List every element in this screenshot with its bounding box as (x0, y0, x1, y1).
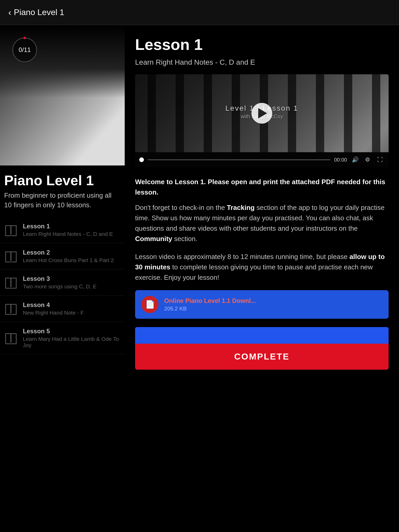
left-panel: 0/11 Piano Level 1 From beginner to prof… (0, 25, 125, 354)
fullscreen-icon[interactable] (376, 155, 384, 164)
lesson-desc: Two more songs using C, D, E (23, 283, 97, 290)
main-layout: 0/11 Piano Level 1 From beginner to prof… (0, 25, 399, 380)
lesson-title: Lesson 1 (135, 36, 389, 54)
list-item[interactable]: Lesson 1 Learn Right Hand Notes - C, D a… (0, 217, 125, 243)
download-icon-wrap: 📄 (141, 296, 158, 313)
play-icon (258, 108, 267, 118)
description-para1: Don't forget to check-in on the Tracking… (135, 202, 389, 244)
secondary-button[interactable] (135, 327, 389, 344)
lesson-info: Lesson 1 Learn Right Hand Notes - C, D a… (23, 223, 113, 237)
course-subtitle: From beginner to proficient using all 10… (0, 191, 125, 217)
download-button[interactable]: 📄 Online Piano Level 1.1 Downl... 205.2 … (135, 290, 389, 319)
lesson-desc: Learn Hot Cross Buns Part 1 & Part 2 (23, 257, 114, 263)
playhead-dot[interactable] (139, 157, 144, 162)
list-item[interactable]: Lesson 4 New Right Hand Note - F (0, 296, 125, 322)
action-buttons: COMPLETE (135, 327, 389, 370)
header-title: Piano Level 1 (14, 8, 64, 17)
lesson-info: Lesson 2 Learn Hot Cross Buns Part 1 & P… (23, 249, 114, 263)
lesson-icon (4, 276, 18, 289)
lesson-info: Lesson 4 New Right Hand Note - F (23, 301, 84, 316)
right-panel: Lesson 1 Learn Right Hand Notes - C, D a… (125, 25, 399, 380)
settings-icon[interactable] (363, 155, 372, 164)
time-display: 00:00 (334, 157, 347, 163)
lesson-name: Lesson 3 (23, 275, 97, 282)
lesson-icon (4, 331, 18, 345)
lesson-name: Lesson 1 (23, 223, 113, 230)
video-thumbnail: Level 1 | Lesson 1 with Sarah McCoy (135, 74, 389, 152)
lesson-desc: Learn Right Hand Notes - C, D and E (23, 231, 113, 237)
book-icon (5, 333, 17, 343)
list-item[interactable]: Lesson 5 Learn Mary Had a Little Lamb & … (0, 322, 125, 354)
list-item[interactable]: Lesson 2 Learn Hot Cross Buns Part 1 & P… (0, 243, 125, 269)
book-icon (5, 225, 17, 235)
lesson-info: Lesson 5 Learn Mary Had a Little Lamb & … (23, 328, 121, 348)
book-icon (5, 303, 17, 314)
volume-icon[interactable] (351, 155, 360, 164)
video-controls: 00:00 (135, 152, 389, 167)
course-title: Piano Level 1 (0, 165, 125, 191)
hero-image: 0/11 (0, 25, 125, 165)
lesson-subtitle-text: Learn Right Hand Notes - C, D and E (135, 58, 389, 66)
lesson-desc: Learn Mary Had a Little Lamb & Ode To Jo… (23, 336, 121, 348)
description-intro: Welcome to Lesson 1. Please open and pri… (135, 177, 389, 198)
back-chevron-icon: ‹ (8, 7, 11, 17)
lesson-icon (4, 223, 18, 237)
back-button[interactable]: ‹ Piano Level 1 (8, 7, 64, 17)
lesson-icon (4, 302, 18, 315)
file-icon: 📄 (145, 300, 155, 309)
download-info: Online Piano Level 1.1 Downl... 205.2 KB (164, 297, 256, 312)
lesson-name: Lesson 5 (23, 328, 121, 335)
progress-circle: 0/11 (10, 36, 39, 64)
progress-bar[interactable] (148, 159, 330, 160)
download-filename: Online Piano Level 1.1 Downl... (164, 297, 256, 304)
app-header: ‹ Piano Level 1 (0, 0, 399, 25)
svg-point-2 (23, 37, 26, 39)
lesson-desc: New Right Hand Note - F (23, 310, 84, 316)
complete-button[interactable]: COMPLETE (135, 344, 389, 370)
lesson-list: Lesson 1 Learn Right Hand Notes - C, D a… (0, 217, 125, 354)
video-player[interactable]: Level 1 | Lesson 1 with Sarah McCoy 00:0… (135, 74, 389, 167)
lesson-icon (4, 249, 18, 263)
progress-label: 0/11 (19, 46, 31, 54)
lesson-info: Lesson 3 Two more songs using C, D, E (23, 275, 97, 290)
lesson-name: Lesson 2 (23, 249, 114, 256)
list-item[interactable]: Lesson 3 Two more songs using C, D, E (0, 269, 125, 296)
book-icon (5, 251, 17, 261)
play-button[interactable] (251, 103, 272, 124)
lesson-name: Lesson 4 (23, 301, 84, 309)
download-filesize: 205.2 KB (164, 305, 256, 312)
description-para2: Lesson video is approximately 8 to 12 mi… (135, 251, 389, 283)
book-icon (5, 277, 17, 288)
